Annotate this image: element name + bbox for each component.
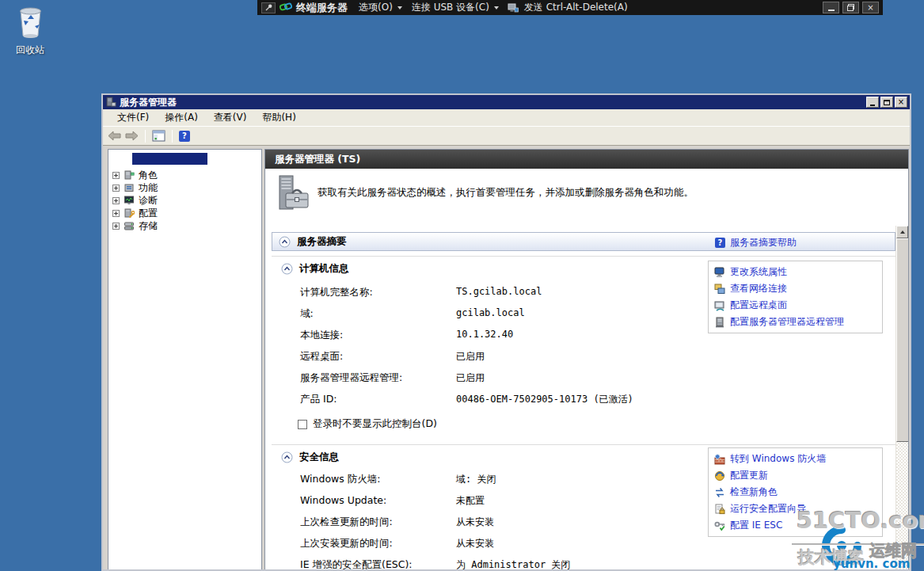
help-icon[interactable]: ? [179, 131, 190, 142]
forward-icon[interactable] [125, 131, 139, 141]
network-connections-icon [714, 284, 725, 295]
tree-item-roles[interactable]: 角色 [108, 169, 261, 181]
hide-console-checkbox[interactable] [298, 420, 307, 429]
menu-action[interactable]: 操作(A) [157, 108, 206, 127]
server-manager-icon [105, 97, 116, 108]
chevron-down-icon[interactable] [494, 6, 499, 10]
scrollbar-thumb[interactable] [896, 238, 909, 442]
info-value: 从未安装 [456, 516, 494, 529]
server-manager-window: 服务器管理器 × 文件(F) 操作(A) 查看(V) 帮助(H) [101, 93, 911, 571]
console-tree-icon[interactable] [152, 130, 165, 142]
computer-info-header[interactable]: 计算机信息 [281, 262, 349, 276]
expand-icon[interactable] [112, 172, 120, 179]
recycle-bin-label: 回收站 [6, 44, 54, 57]
window-title: 服务器管理器 [120, 96, 865, 109]
info-row: Windows 防火墙: 域: 关闭 [300, 473, 496, 486]
send-cad-icon [508, 3, 519, 13]
summary-help: ? 服务器摘要帮助 [715, 236, 797, 249]
link-configure-updates[interactable]: 配置更新 [709, 467, 882, 484]
collapse-icon[interactable] [279, 236, 291, 248]
window-maximize-button[interactable] [880, 97, 893, 108]
terminal-close-button[interactable]: × [862, 2, 879, 13]
link-check-new-roles[interactable]: 检查新角色 [709, 484, 882, 501]
pin-icon[interactable] [261, 2, 276, 13]
terminal-minimize-button[interactable] [823, 2, 839, 13]
info-row: 本地连接: 10.1.32.40 [300, 329, 513, 342]
link-configure-ie-esc[interactable]: 配置 IE ESC [709, 517, 882, 534]
vertical-scrollbar[interactable] [895, 226, 908, 569]
info-label: Windows 防火墙: [300, 473, 456, 486]
check-roles-icon [714, 487, 725, 498]
info-row: 远程桌面: 已启用 [300, 350, 485, 364]
info-row: 上次检查更新的时间: 从未安装 [300, 516, 494, 529]
expand-icon[interactable] [112, 197, 120, 204]
menu-help[interactable]: 帮助(H) [254, 108, 303, 127]
connection-link-icon [279, 2, 292, 14]
info-row: 域: gcilab.local [300, 307, 525, 321]
menu-file[interactable]: 文件(F) [109, 108, 157, 127]
link-run-security-wizard[interactable]: 运行安全配置向导 [709, 501, 882, 517]
link-configure-server-manager-remote[interactable]: 配置服务器管理器远程管理 [709, 314, 882, 330]
info-row: Windows Update: 未配置 [300, 494, 485, 508]
info-label: 本地连接: [300, 329, 456, 342]
collapse-icon[interactable] [281, 263, 293, 275]
content-header-title: 服务器管理器 (TS) [275, 153, 360, 166]
options-menu[interactable]: 选项(O) [359, 1, 393, 14]
link-view-network-connections[interactable]: 查看网络连接 [709, 280, 882, 297]
tree-root-selected[interactable] [132, 153, 207, 165]
tree-item-features[interactable]: 功能 [108, 181, 261, 194]
info-value: 10.1.32.40 [456, 329, 513, 342]
summary-section-header: 服务器摘要 ? 服务器摘要帮助 [272, 232, 895, 251]
info-label: 计算机完整名称: [300, 286, 456, 299]
features-icon [124, 182, 135, 193]
tree-item-storage[interactable]: 存储 [108, 219, 261, 232]
configuration-icon [124, 207, 135, 219]
terminal-restore-button[interactable] [842, 2, 859, 13]
firewall-icon [714, 454, 725, 465]
menu-view[interactable]: 查看(V) [206, 108, 255, 127]
info-label: 产品 ID: [300, 393, 456, 406]
info-label: 服务器管理器远程管理: [300, 371, 456, 385]
chevron-down-icon[interactable] [397, 6, 402, 10]
tree-item-configuration[interactable]: 配置 [108, 207, 261, 219]
tree-item-diagnostics[interactable]: 诊断 [108, 194, 261, 207]
info-row: 计算机完整名称: TS.gcilab.local [300, 286, 542, 299]
info-label: 域: [300, 307, 456, 321]
expand-icon[interactable] [112, 223, 120, 230]
link-goto-windows-firewall[interactable]: 转到 Windows 防火墙 [709, 451, 882, 467]
info-label: 上次检查更新的时间: [300, 516, 456, 529]
toolbar-separator [172, 130, 173, 143]
tree-item-label: 配置 [139, 207, 158, 220]
computer-info-title: 计算机信息 [299, 262, 349, 276]
info-value: 为 Administrator 关闭 [456, 558, 570, 569]
terminal-connection-bar: 终端服务器 选项(O) 连接 USB 设备(C) 发送 Ctrl-Alt-Del… [257, 0, 883, 15]
security-info-title: 安全信息 [299, 451, 339, 464]
info-row: IE 增强的安全配置(ESC): 为 Administrator 关闭 [300, 558, 570, 569]
tree-item-label: 诊断 [139, 194, 158, 207]
send-ctrl-alt-delete-menu[interactable]: 发送 Ctrl-Alt-Delete(A) [524, 1, 628, 14]
usb-devices-menu[interactable]: 连接 USB 设备(C) [412, 1, 489, 14]
remote-desktop-icon [714, 300, 725, 311]
expand-icon[interactable] [112, 210, 120, 217]
content-header: 服务器管理器 (TS) [265, 150, 908, 169]
scroll-up-button[interactable] [896, 226, 908, 238]
link-configure-remote-desktop[interactable]: 配置远程桌面 [709, 297, 882, 314]
link-change-system-properties[interactable]: 更改系统属性 [709, 264, 882, 280]
hide-console-checkbox-row: 登录时不要显示此控制台(D) [298, 417, 437, 431]
tree-item-label: 功能 [139, 181, 158, 195]
info-row: 上次安装更新的时间: 从未安装 [300, 537, 494, 550]
expand-icon[interactable] [112, 185, 120, 192]
window-minimize-button[interactable] [866, 97, 879, 108]
window-close-button[interactable]: × [895, 97, 907, 108]
window-titlebar[interactable]: 服务器管理器 × [103, 95, 910, 109]
info-value: 未配置 [456, 494, 485, 508]
collapse-icon[interactable] [281, 451, 293, 463]
recycle-bin[interactable]: 回收站 [6, 5, 54, 57]
summary-help-link[interactable]: 服务器摘要帮助 [730, 236, 797, 249]
console-tree-panel: 角色 功能 诊断 [108, 149, 262, 569]
summary-title: 服务器摘要 [297, 235, 347, 249]
back-icon[interactable] [108, 131, 121, 141]
security-info-header[interactable]: 安全信息 [281, 451, 339, 464]
toolbar: ? [103, 127, 910, 146]
section-divider [272, 256, 895, 257]
